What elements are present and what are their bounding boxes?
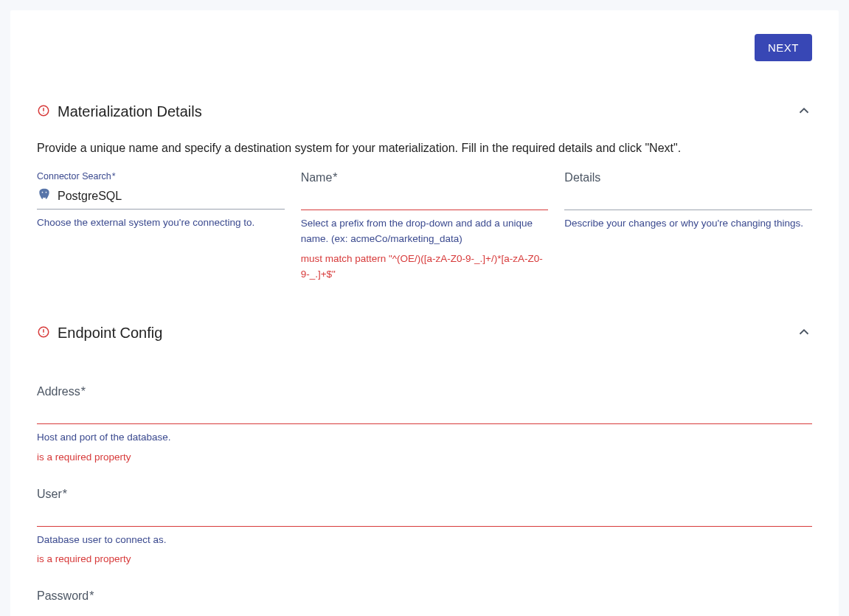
password-field-group: Password* Password for the specified dat… bbox=[37, 589, 812, 616]
password-input[interactable] bbox=[37, 606, 812, 616]
password-label: Password* bbox=[37, 589, 812, 603]
connector-field: Connector Search* PostgreSQL Choose the … bbox=[37, 171, 285, 283]
materialization-details-header[interactable]: Materialization Details bbox=[37, 103, 812, 121]
details-input[interactable] bbox=[564, 187, 812, 210]
user-label: User* bbox=[37, 488, 812, 501]
endpoint-config-header[interactable]: Endpoint Config bbox=[37, 324, 812, 342]
section-title: Endpoint Config bbox=[58, 325, 162, 342]
connector-helper: Choose the external system you're connec… bbox=[37, 215, 285, 231]
details-field-group: Details Describe your changes or why you… bbox=[564, 171, 812, 283]
alert-icon bbox=[37, 325, 50, 341]
svg-point-7 bbox=[43, 333, 44, 334]
name-error: must match pattern "^(OE/)([a-zA-Z0-9-_.… bbox=[301, 252, 549, 283]
address-input[interactable] bbox=[37, 401, 812, 424]
section-description: Provide a unique name and specify a dest… bbox=[37, 142, 812, 155]
name-label: Name* bbox=[301, 171, 549, 184]
svg-point-4 bbox=[46, 192, 47, 193]
chevron-up-icon bbox=[796, 103, 812, 121]
name-field-group: Name* Select a prefix from the drop-down… bbox=[301, 171, 549, 283]
user-field-group: User* Database user to connect as. is a … bbox=[37, 488, 812, 568]
svg-point-3 bbox=[42, 192, 44, 193]
connector-value: PostgreSQL bbox=[58, 190, 122, 203]
user-error: is a required property bbox=[37, 552, 812, 567]
name-input[interactable] bbox=[301, 187, 549, 210]
address-field-group: Address* Host and port of the database. … bbox=[37, 385, 812, 466]
address-label: Address* bbox=[37, 385, 812, 398]
address-error: is a required property bbox=[37, 450, 812, 466]
next-button[interactable]: NEXT bbox=[755, 34, 812, 61]
details-helper: Describe your changes or why you're chan… bbox=[564, 216, 812, 232]
address-helper: Host and port of the database. bbox=[37, 430, 812, 446]
name-helper: Select a prefix from the drop-down and a… bbox=[301, 216, 549, 247]
connector-label: Connector Search* bbox=[37, 171, 285, 181]
alert-icon bbox=[37, 104, 50, 120]
details-label: Details bbox=[564, 171, 812, 184]
section-title: Materialization Details bbox=[58, 103, 202, 120]
user-input[interactable] bbox=[37, 504, 812, 527]
chevron-up-icon bbox=[796, 324, 812, 342]
connector-select[interactable]: PostgreSQL bbox=[37, 184, 285, 210]
postgresql-icon bbox=[37, 187, 52, 204]
svg-point-2 bbox=[43, 113, 44, 114]
user-helper: Database user to connect as. bbox=[37, 533, 812, 548]
